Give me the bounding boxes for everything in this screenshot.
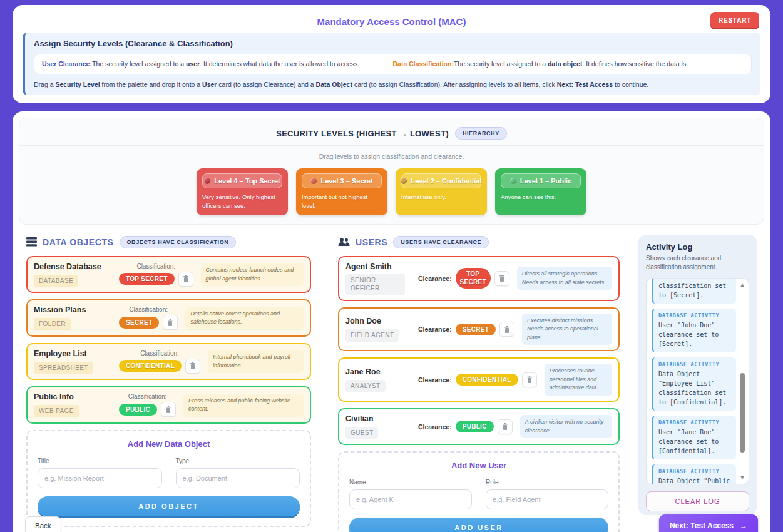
data-classification-label: Data Classification: xyxy=(393,60,454,68)
log-entry: DATABASE ACTIVITY Data Object "Employee … xyxy=(652,357,736,411)
remove-classification-button[interactable] xyxy=(163,315,178,330)
user-role-tag: FIELD AGENT xyxy=(345,329,399,342)
back-button[interactable]: Back xyxy=(25,516,61,532)
level-pill: Level 1 – Public xyxy=(501,173,581,188)
user-role-label: Role xyxy=(486,479,608,486)
activity-log-title: Activity Log xyxy=(646,242,749,252)
user-clearance-label: User Clearance: xyxy=(42,60,92,68)
user-name: Agent Smith xyxy=(345,262,416,271)
user-description: Executes distinct missions. Needs access… xyxy=(522,314,612,345)
log-entry: DATABASE ACTIVITY Data Object "Public In… xyxy=(652,464,736,484)
log-entry-label: DATABASE ACTIVITY xyxy=(658,419,731,426)
user-info: John Doe FIELD AGENT xyxy=(345,317,416,342)
activity-log-list[interactable]: classification set to [Secret]. DATABASE… xyxy=(646,278,749,484)
user-role-input[interactable] xyxy=(486,489,608,509)
log-entry-text: User "Jane Roe" clearance set to [Confid… xyxy=(658,427,731,456)
user-clearance-text: The security level assigned to a xyxy=(92,60,186,68)
log-entry-label: DATABASE ACTIVITY xyxy=(658,361,731,367)
level-label: Level 1 – Public xyxy=(520,177,572,185)
classification-row: SECRET xyxy=(119,315,178,330)
object-card-employee-list[interactable]: Employee List SPREADSHEET Classification… xyxy=(26,343,311,381)
remove-classification-button[interactable] xyxy=(161,402,176,417)
object-title-input[interactable] xyxy=(38,468,162,488)
scrollbar-thumb[interactable] xyxy=(740,373,745,453)
object-card-defense-database[interactable]: Defense Database DATABASE Classification… xyxy=(26,256,311,294)
clearance-label: Clearance: xyxy=(418,325,452,333)
user-card-jane-roe[interactable]: Jane Roe ANALYST Clearance: CONFIDENTIAL… xyxy=(338,357,620,402)
clearance-label: Clearance: xyxy=(418,423,452,431)
user-name-input[interactable] xyxy=(349,489,472,509)
instructions-title: Assign Security Levels (Clearance & Clas… xyxy=(34,39,752,48)
log-scrollbar[interactable]: ▲ ▼ xyxy=(739,282,746,481)
users-header: USERS USERS HAVE CLEARANCE xyxy=(338,236,620,248)
user-card-john-doe[interactable]: John Doe FIELD AGENT Clearance: SECRET E… xyxy=(338,307,620,352)
level-desc: Anyone can see this. xyxy=(501,193,581,201)
log-entry-text: classification set to [Secret]. xyxy=(658,281,731,300)
instr-bold: Next: Test Access xyxy=(557,81,613,88)
hierarchy-badge: HIERARCHY xyxy=(455,127,507,140)
instr-bold: Data Object xyxy=(316,81,352,88)
instr-text: Drag a xyxy=(34,81,55,88)
object-title: Public Info xyxy=(34,392,116,401)
log-entry-label: DATABASE ACTIVITY xyxy=(658,312,731,319)
data-objects-header: DATA OBJECTS OBJECTS HAVE CLASSIFICATION xyxy=(26,236,311,248)
user-name-field: Name xyxy=(349,479,472,509)
instr-bold: Security Level xyxy=(55,81,100,88)
remove-classification-button[interactable] xyxy=(178,272,193,287)
users-column: USERS USERS HAVE CLEARANCE Agent Smith S… xyxy=(338,235,620,532)
log-entry-text: User "John Doe" clearance set to [Secret… xyxy=(658,320,731,349)
log-entry: classification set to [Secret]. xyxy=(652,278,736,304)
object-card-mission-plans[interactable]: Mission Plans FOLDER Classification: SEC… xyxy=(26,299,311,337)
next-test-access-button[interactable]: Next: Test Access → xyxy=(659,514,758,532)
security-levels-panel: SECURITY LEVELS (HIGHEST → LOWEST) HIERA… xyxy=(19,118,764,225)
remove-clearance-button[interactable] xyxy=(499,322,514,337)
remove-clearance-button[interactable] xyxy=(522,372,537,387)
level-label: Level 2 – Confidential xyxy=(411,177,481,185)
object-title: Mission Plans xyxy=(34,305,116,314)
trash-icon xyxy=(504,326,510,333)
user-description: Directs all strategic operations. Needs … xyxy=(517,267,612,290)
log-entry-text: Data Object "Public Info" classification… xyxy=(658,476,731,484)
user-role-field: Role xyxy=(486,479,608,509)
level-card-confidential[interactable]: Level 2 – Confidential Internal use only… xyxy=(396,168,487,215)
clearance-chip: SECRET xyxy=(456,324,496,335)
user-name-label: Name xyxy=(349,479,472,486)
user-info: Civilian GUEST xyxy=(345,414,416,439)
scroll-down-icon[interactable]: ▼ xyxy=(739,474,746,481)
remove-clearance-button[interactable] xyxy=(494,271,509,286)
restart-button[interactable]: RESTART xyxy=(710,12,759,28)
classification-chip: SECRET xyxy=(119,317,159,329)
remove-clearance-button[interactable] xyxy=(498,419,513,434)
page-title: Mandatory Access Control (MAC) xyxy=(317,16,466,27)
activity-log-panel: Activity Log Shows each clearance and cl… xyxy=(638,235,757,515)
level-card-top-secret[interactable]: Level 4 – Top Secret Very sensitive. Onl… xyxy=(197,168,288,215)
object-description: Details active covert operations and saf… xyxy=(185,307,304,330)
trash-icon xyxy=(526,376,533,383)
level-card-public[interactable]: Level 1 – Public Anyone can see this. xyxy=(495,168,586,215)
user-card-civilian[interactable]: Civilian GUEST Clearance: PUBLIC A civil… xyxy=(338,408,620,446)
security-levels-header: SECURITY LEVELS (HIGHEST → LOWEST) HIERA… xyxy=(19,122,764,146)
classification-label: Classification: xyxy=(128,393,167,400)
footer-bar: Back Next: Test Access → xyxy=(13,508,770,532)
scroll-up-icon[interactable]: ▲ xyxy=(739,282,746,288)
user-card-agent-smith[interactable]: Agent Smith SENIOR OFFICER Clearance: TO… xyxy=(338,256,620,301)
data-objects-column: DATA OBJECTS OBJECTS HAVE CLASSIFICATION… xyxy=(26,235,311,532)
clearance-group: Clearance: SECRET xyxy=(418,322,514,337)
classification-row: CONFIDENTIAL xyxy=(119,359,200,374)
object-card-public-info[interactable]: Public Info WEB PAGE Classification: PUB… xyxy=(26,386,311,424)
object-type-input[interactable] xyxy=(176,468,300,488)
main-card: SECURITY LEVELS (HIGHEST → LOWEST) HIERA… xyxy=(13,111,770,532)
classification-chip: CONFIDENTIAL xyxy=(119,360,182,372)
security-levels-subtitle: Drag levels to assign classification and… xyxy=(19,153,764,160)
clearance-chip: TOP SECRET xyxy=(456,268,491,289)
trash-icon xyxy=(499,275,505,282)
user-clearance-text-post: . It determines what data the user is al… xyxy=(200,60,359,68)
object-type-tag: DATABASE xyxy=(34,275,78,287)
remove-classification-button[interactable] xyxy=(185,359,200,374)
object-title-field: Title xyxy=(38,458,162,488)
clearance-chip: CONFIDENTIAL xyxy=(456,374,518,386)
level-card-secret[interactable]: Level 3 – Secret Important but not highe… xyxy=(296,168,387,215)
classification-chip: TOP SECRET xyxy=(119,273,175,285)
data-classification-definition: Data Classification:The security level a… xyxy=(393,59,744,69)
user-info: Jane Roe ANALYST xyxy=(345,367,416,392)
